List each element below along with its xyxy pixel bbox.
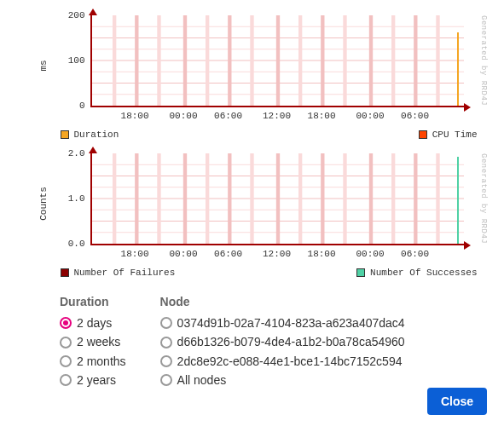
swatch-icon <box>61 268 69 277</box>
x-ticks: 18:0000:0006:0012:0018:0000:0006:00 <box>90 249 464 261</box>
timing-legend: Duration CPU Time <box>14 128 491 145</box>
duration-marker <box>457 32 459 106</box>
y-axis-arrow-icon <box>89 147 97 153</box>
duration-option[interactable]: 2 years <box>60 371 126 389</box>
legend-successes: Number Of Successes <box>356 268 477 278</box>
duration-option[interactable]: 2 days <box>60 314 126 332</box>
radio-icon <box>160 374 172 386</box>
node-option[interactable]: 0374d91b-02a7-4104-823a-a623a407dac4 <box>160 314 405 332</box>
success-marker <box>457 157 459 244</box>
node-option-label: All nodes <box>177 371 227 389</box>
ytick: 0 <box>51 101 85 111</box>
duration-option-label: 2 weeks <box>77 332 120 351</box>
x-axis-arrow-icon <box>464 241 471 250</box>
x-axis-arrow-icon <box>464 103 471 112</box>
node-option-label: d66b1326-b079-4de4-a1b2-b0a78ca54960 <box>177 332 405 351</box>
node-option[interactable]: d66b1326-b079-4de4-a1b2-b0a78ca54960 <box>160 332 405 351</box>
y-axis-label: Counts <box>38 187 49 221</box>
close-button[interactable]: Close <box>427 388 487 415</box>
radio-icon <box>160 337 172 348</box>
duration-option-label: 2 days <box>77 314 112 332</box>
node-group: Node 0374d91b-02a7-4104-823a-a623a407dac… <box>160 295 405 390</box>
legend-duration: Duration <box>61 130 119 140</box>
node-header: Node <box>160 295 405 308</box>
legend-failures: Number Of Failures <box>61 268 176 278</box>
rrd-watermark: Generated by RRD4J <box>479 15 488 106</box>
ytick: 100 <box>51 55 85 66</box>
x-ticks: 18:0000:0006:0012:0018:0000:0006:00 <box>90 111 464 123</box>
swatch-icon <box>61 130 69 139</box>
ytick: 0.0 <box>51 239 85 249</box>
duration-option-label: 2 months <box>77 352 126 371</box>
duration-option[interactable]: 2 months <box>60 352 126 371</box>
ytick: 1.0 <box>51 193 85 204</box>
duration-option-label: 2 years <box>77 371 116 389</box>
ytick: 2.0 <box>51 148 85 158</box>
legend-cpu-time: CPU Time <box>419 130 478 140</box>
y-axis-label: ms <box>38 60 49 71</box>
duration-header: Duration <box>60 295 126 308</box>
node-option-label: 0374d91b-02a7-4104-823a-a623a407dac4 <box>177 314 405 332</box>
radio-icon <box>60 374 72 386</box>
swatch-icon <box>419 130 427 139</box>
node-option[interactable]: All nodes <box>160 371 405 389</box>
radio-icon <box>60 317 72 329</box>
rrd-watermark: Generated by RRD4J <box>479 153 488 244</box>
radio-icon <box>160 355 172 367</box>
node-option-label: 2dc8e92c-e088-44e1-bce1-14bc7152c594 <box>177 352 403 371</box>
radio-icon <box>60 355 72 367</box>
swatch-icon <box>356 268 365 277</box>
y-axis-arrow-icon <box>89 9 97 15</box>
radio-icon <box>160 317 172 329</box>
counts-chart: Generated by RRD4J Counts 0.0 1.0 2.0 18… <box>14 145 491 262</box>
controls-panel: Duration 2 days2 weeks2 months2 years No… <box>0 283 504 390</box>
duration-option[interactable]: 2 weeks <box>60 332 126 351</box>
ytick: 200 <box>51 10 85 20</box>
timing-chart: Generated by RRD4J ms 0 100 200 18:0000:… <box>14 7 491 124</box>
plot-area: 0.0 1.0 2.0 <box>90 153 464 245</box>
plot-area: 0 100 200 <box>90 15 464 107</box>
counts-legend: Number Of Failures Number Of Successes <box>14 266 491 283</box>
grid-lines <box>92 15 464 106</box>
grid-lines <box>92 153 464 244</box>
radio-icon <box>60 337 72 348</box>
duration-group: Duration 2 days2 weeks2 months2 years <box>60 295 126 390</box>
node-option[interactable]: 2dc8e92c-e088-44e1-bce1-14bc7152c594 <box>160 352 405 371</box>
